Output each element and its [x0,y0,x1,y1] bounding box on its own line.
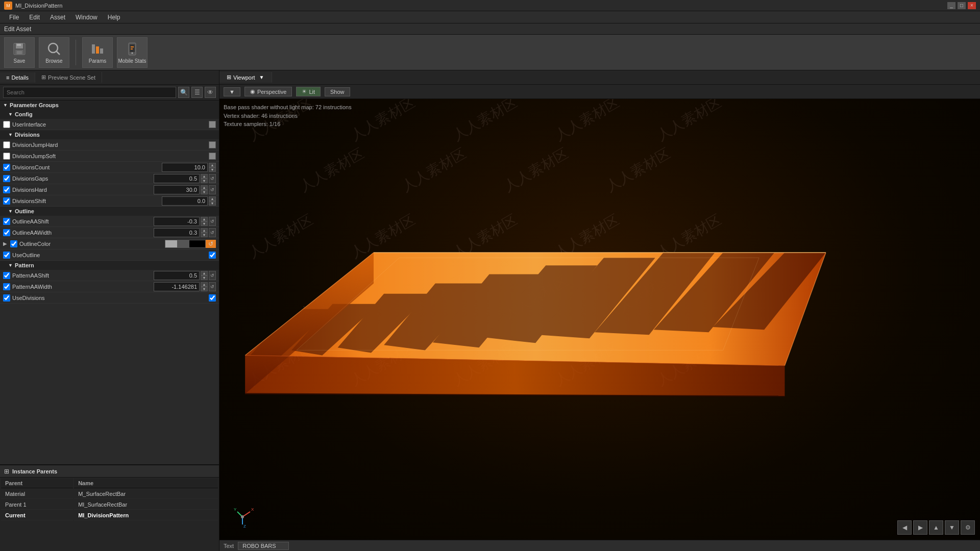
patternaawidth-check[interactable] [3,283,10,290]
menu-file[interactable]: File [4,13,24,22]
divisionshard-reset[interactable]: ↺ [209,185,216,194]
outlineaashift-check[interactable] [3,218,10,225]
param-patternaawidth: PatternAAWidth ▲ ▼ ↺ [0,281,219,292]
divisionscount-input[interactable] [162,163,208,172]
divisionsgaps-reset[interactable]: ↺ [209,174,216,183]
divisionshard-input[interactable] [154,185,200,194]
viewport-dropdown-button[interactable]: ▼ [224,87,240,96]
svg-rect-13 [131,46,134,47]
patternaashift-down[interactable]: ▼ [201,276,208,280]
divisionshard-up[interactable]: ▲ [201,185,208,190]
divisionscount-down[interactable]: ▼ [209,167,216,172]
nav-up-button[interactable]: ▲ [929,520,943,535]
table-row[interactable]: Material M_SurfaceRectBar [1,489,218,499]
divisionsgaps-down[interactable]: ▼ [201,179,208,183]
patternaawidth-down[interactable]: ▼ [201,287,208,291]
divisionsshift-up[interactable]: ▲ [209,196,216,201]
search-input[interactable] [3,87,176,98]
params-button[interactable]: Params [82,37,113,68]
outlineaashift-up[interactable]: ▲ [201,217,208,221]
config-section-header[interactable]: ▼ Config [0,110,219,119]
divisionjumpsoft-check[interactable] [3,153,10,160]
save-button[interactable]: Save [4,37,35,68]
divisionshard-down[interactable]: ▼ [201,190,208,194]
outlinecolor-swatch[interactable] [165,240,206,248]
userinterface-check[interactable] [3,121,10,128]
divisionsshift-input[interactable] [162,196,208,206]
search-button[interactable]: 🔍 [178,87,189,98]
divisionsgaps-input[interactable] [154,174,200,183]
outline-section-header[interactable]: ▼ Outline [0,207,219,216]
divisions-section-header[interactable]: ▼ Divisions [0,130,219,139]
divisionsgaps-up[interactable]: ▲ [201,174,208,179]
nav-left-button[interactable]: ◀ [897,520,912,535]
nav-down-button[interactable]: ▼ [945,520,959,535]
divisionsshift-down[interactable]: ▼ [209,201,216,206]
outlineaashift-down[interactable]: ▼ [201,221,208,226]
maximize-button[interactable]: □ [958,2,966,9]
table-row[interactable]: Parent 1 MI_SurfaceRectBar [1,500,218,510]
list-view-button[interactable]: ☰ [191,87,203,98]
table-row-current[interactable]: Current MI_DivisionPattern [1,511,218,520]
robo-bars-selector[interactable]: ROBO BARS [238,542,289,550]
lit-button[interactable]: ☀ Lit [296,87,321,96]
divisionscount-up[interactable]: ▲ [209,163,216,167]
menu-edit[interactable]: Edit [24,13,45,22]
close-button[interactable]: × [968,2,976,9]
nav-settings-button[interactable]: ⚙ [961,520,975,535]
viewport-canvas[interactable]: 人人素材区 人人素材区 人人素材区 人人素材区 人人素材区 人人素材区 人人素材… [219,99,980,540]
tab-details[interactable]: ≡ Details [0,72,35,83]
minimize-button[interactable]: _ [947,2,955,9]
outlineaawidth-input[interactable] [154,228,200,237]
outlineaawidth-check[interactable] [3,229,10,236]
outlinecolor-check[interactable] [10,240,17,247]
patternaashift-up[interactable]: ▲ [201,271,208,276]
browse-button[interactable]: Browse [39,37,69,68]
eye-button[interactable]: 👁 [205,87,216,98]
viewport-tab-dropdown[interactable]: ▼ [259,74,264,80]
pattern-section-header[interactable]: ▼ Pattern [0,261,219,270]
patternaawidth-input[interactable] [154,282,200,291]
axes-widget: X Y Z [230,504,255,530]
patternaawidth-up[interactable]: ▲ [201,282,208,287]
nav-right-button[interactable]: ▶ [913,520,927,535]
patternaawidth-reset[interactable]: ↺ [209,282,216,291]
divisionjumpsoft-name: DivisionJumpSoft [12,153,209,159]
outlineaashift-reset[interactable]: ↺ [209,217,216,226]
browse-icon [46,41,62,57]
tab-preview-scene-set[interactable]: ⊞ Preview Scene Set [35,72,102,83]
details-icon: ≡ [6,74,9,81]
parameter-groups-header[interactable]: ▼ Parameter Groups [0,101,219,110]
svg-rect-3 [17,51,22,54]
useoutline-check[interactable] [3,252,10,259]
show-button[interactable]: Show [325,87,350,96]
patternaashift-reset[interactable]: ↺ [209,271,216,280]
divisionscount-arrows: ▲ ▼ [209,163,216,172]
usedivisions-check[interactable] [3,294,10,302]
outlinecolor-reset[interactable]: ↺ [206,240,216,248]
row-material-name: M_SurfaceRectBar [74,489,218,499]
divisionjumphard-check[interactable] [3,141,10,148]
divisionsgaps-check[interactable] [3,175,10,182]
menu-help[interactable]: Help [103,13,126,22]
menu-window[interactable]: Window [70,13,103,22]
patternaashift-check[interactable] [3,272,10,279]
outlineaashift-input[interactable] [154,217,200,226]
outlinecolor-expand[interactable]: ▶ [3,241,10,246]
param-userinterface: UserInterface [0,119,219,130]
divisionscount-check[interactable] [3,164,10,171]
outlineaawidth-reset[interactable]: ↺ [209,228,216,237]
menu-asset[interactable]: Asset [45,13,70,22]
tab-viewport[interactable]: ⊞ Viewport ▼ [219,72,272,83]
usedivisions-value-check[interactable] [209,294,216,302]
outlineaawidth-down[interactable]: ▼ [201,233,208,237]
divisionshard-name: DivisionsHard [12,187,154,193]
mobile-stats-button[interactable]: Mobile Stats [117,37,148,68]
browse-label: Browse [45,58,62,64]
divisionshard-check[interactable] [3,186,10,193]
useoutline-value-check[interactable] [209,252,216,259]
patternaashift-input[interactable] [154,271,200,280]
outlineaawidth-up[interactable]: ▲ [201,228,208,233]
divisionsshift-check[interactable] [3,197,10,205]
perspective-button[interactable]: ◉ Perspective [244,87,292,96]
